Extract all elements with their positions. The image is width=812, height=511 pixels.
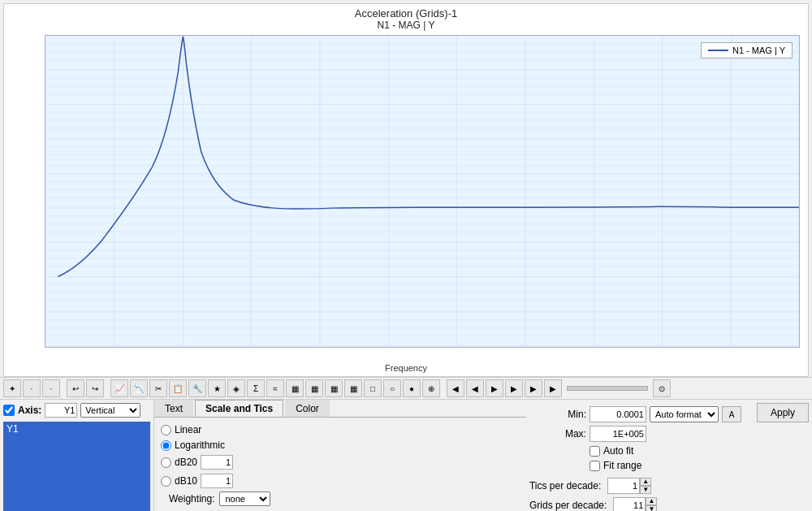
tab-scale-tics[interactable]: Scale and Tics [195, 400, 283, 417]
fitrange-checkbox[interactable] [590, 461, 600, 471]
toolbar-circle[interactable]: ○ [383, 379, 401, 397]
radio-logarithmic-label: Logarithmic [175, 440, 225, 451]
axis-row: Axis: Vertical Horizontal [3, 403, 150, 418]
chart-plot-area: N1 - MAG | Y [45, 35, 800, 348]
tics-spinner-up[interactable]: ▲ [640, 478, 651, 486]
db20-input[interactable] [201, 455, 233, 470]
grids-per-decade-spinner: ▲ ▼ [613, 497, 657, 511]
left-panel: Axis: Vertical Horizontal Y1 Cut Copy Pa… [0, 400, 154, 511]
toolbar-play[interactable]: ▶ [486, 379, 503, 397]
tab-color[interactable]: Color [285, 400, 330, 417]
grids-per-decade-label: Grids per decade: [529, 500, 607, 511]
toolbar-btn-1[interactable]: ✦ [3, 379, 21, 397]
radio-linear-label: Linear [175, 424, 201, 435]
autofit-row: Auto fit [529, 445, 750, 457]
axis-label: Axis: [18, 405, 41, 416]
tics-per-decade-input[interactable] [607, 478, 640, 494]
chart-svg: 1E+005 10000 1000 100 10 1 0.1 0.01 0.00… [45, 36, 799, 347]
toolbar-target[interactable]: ⊙ [653, 379, 671, 397]
axis-list[interactable]: Y1 [3, 422, 150, 511]
right-fields: Min: Auto format Fixed Scientific Engine… [526, 400, 754, 511]
radio-logarithmic[interactable] [161, 440, 171, 451]
toolbar-settings[interactable]: 🔧 [188, 379, 206, 397]
toolbar-cut[interactable]: ✂ [149, 379, 167, 397]
toolbar-sum[interactable]: Σ [247, 379, 265, 397]
toolbar-scatter[interactable]: 📉 [130, 379, 148, 397]
grids-spinner-down[interactable]: ▼ [646, 505, 657, 511]
chart-title: Acceleration (Grids)-1 [4, 4, 808, 19]
grids-spinner-up[interactable]: ▲ [646, 497, 657, 505]
radio-db10-label: dB10 [175, 475, 197, 487]
toolbar-square[interactable]: □ [364, 379, 382, 397]
fitrange-checkbox-row: Fit range [590, 460, 641, 471]
radio-db20[interactable] [161, 457, 171, 468]
chart-legend: N1 - MAG | Y [701, 42, 793, 58]
toolbar-undo[interactable]: ↩ [67, 379, 84, 397]
tics-per-decade-spinner: ▲ ▼ [607, 478, 651, 494]
scale-radio-group: Linear Logarithmic dB20 dB10 [161, 424, 520, 488]
toolbar: ✦ · · ↩ ↪ 📈 📉 ✂ 📋 🔧 ★ ◈ Σ ≈ ▦ ▦ ▦ ▦ □ ○ … [0, 377, 812, 400]
apply-button[interactable]: Apply [757, 403, 809, 422]
toolbar-grid[interactable]: ◈ [227, 379, 245, 397]
toolbar-star[interactable]: ★ [208, 379, 226, 397]
db10-input[interactable] [201, 474, 233, 488]
axis-list-item: Y1 [6, 423, 147, 435]
toolbar-btn-2[interactable]: · [23, 379, 41, 397]
toolbar-bars1[interactable]: ▦ [286, 379, 304, 397]
toolbar-redo[interactable]: ↪ [86, 379, 104, 397]
max-row: Max: [529, 426, 750, 442]
x-axis-label: Frequency [385, 363, 427, 373]
weighting-label: Weighting: [169, 493, 214, 505]
toolbar-prev[interactable]: ◀ [466, 379, 484, 397]
fitrange-label: Fit range [603, 460, 641, 471]
radio-db10[interactable] [161, 476, 171, 487]
min-label: Min: [529, 409, 586, 420]
max-input[interactable] [590, 426, 646, 442]
tab-text[interactable]: Text [154, 400, 193, 417]
legend-line-icon [708, 50, 728, 51]
toolbar-prev-prev[interactable]: ◀ [447, 379, 464, 397]
toolbar-bars2[interactable]: ▦ [305, 379, 323, 397]
grids-per-decade-row: Grids per decade: ▲ ▼ [529, 497, 750, 511]
axis-name-input[interactable] [45, 403, 77, 418]
min-input[interactable] [590, 406, 646, 422]
tics-per-decade-label: Tics per decade: [529, 480, 601, 492]
toolbar-next[interactable]: ▶ [505, 379, 523, 397]
middle-panel: Text Scale and Tics Color Linear Logarit… [154, 400, 526, 511]
tics-spinner-buttons: ▲ ▼ [640, 478, 651, 494]
radio-row-logarithmic: Logarithmic [161, 440, 520, 451]
format-select[interactable]: Auto format Fixed Scientific Engineering [650, 406, 719, 422]
format-a-button[interactable]: A [722, 406, 741, 422]
grids-spinner-buttons: ▲ ▼ [646, 497, 657, 511]
chart-subtitle: N1 - MAG | Y [4, 19, 808, 31]
toolbar-plus[interactable]: ⊕ [422, 379, 440, 397]
axis-direction-select[interactable]: Vertical Horizontal [80, 403, 140, 418]
toolbar-paste[interactable]: 📋 [169, 379, 187, 397]
chart-area: Acceleration (Grids)-1 N1 - MAG | Y Acce… [3, 3, 809, 377]
radio-row-linear: Linear [161, 424, 520, 435]
toolbar-dot[interactable]: ● [403, 379, 421, 397]
toolbar-line[interactable]: 📈 [110, 379, 128, 397]
toolbar-stop[interactable]: ▶ [544, 379, 562, 397]
toolbar-next-next[interactable]: ▶ [525, 379, 542, 397]
toolbar-bars3[interactable]: ▦ [325, 379, 343, 397]
toolbar-approx[interactable]: ≈ [266, 379, 284, 397]
toolbar-bars4[interactable]: ▦ [344, 379, 362, 397]
bottom-panel: Axis: Vertical Horizontal Y1 Cut Copy Pa… [0, 400, 812, 511]
radio-row-db10: dB10 [161, 474, 520, 488]
radio-linear[interactable] [161, 425, 171, 435]
tics-spinner-down[interactable]: ▼ [640, 486, 651, 494]
toolbar-btn-3[interactable]: · [42, 379, 60, 397]
autofit-checkbox[interactable] [590, 446, 600, 457]
radio-row-db20: dB20 [161, 455, 520, 470]
weighting-select[interactable]: none A B C [219, 492, 270, 506]
weighting-row: Weighting: none A B C [161, 492, 520, 506]
tab-content-scale-tics: Linear Logarithmic dB20 dB10 [154, 418, 526, 511]
fitrange-row: Fit range [529, 460, 750, 471]
axis-checkbox[interactable] [3, 405, 15, 416]
apply-area: Apply [754, 400, 812, 511]
radio-db20-label: dB20 [175, 457, 197, 468]
grids-per-decade-input[interactable] [613, 497, 646, 511]
max-label: Max: [529, 428, 586, 440]
min-row: Min: Auto format Fixed Scientific Engine… [529, 406, 750, 422]
